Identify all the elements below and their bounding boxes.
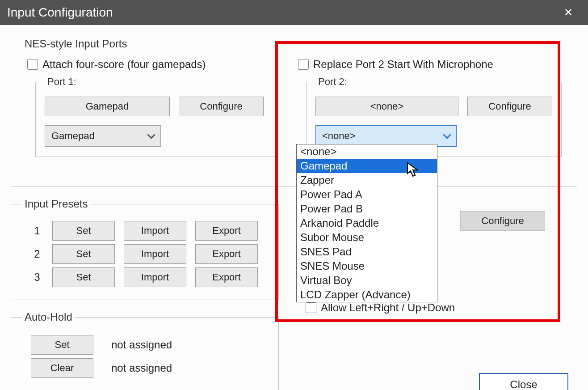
- preset-number: 1: [31, 225, 43, 237]
- preset-number: 3: [31, 271, 43, 284]
- port1-select-value: Gamepad: [51, 130, 95, 142]
- port1-legend: Port 1:: [45, 76, 79, 88]
- close-button[interactable]: Close: [479, 373, 568, 390]
- dropdown-option[interactable]: Zapper: [297, 173, 437, 187]
- auto-hold-legend: Auto-Hold: [22, 311, 75, 323]
- input-presets-group: Input Presets 1SetImportExport2SetImport…: [11, 198, 279, 300]
- auto-hold-clear-button[interactable]: Clear: [31, 358, 93, 378]
- dropdown-option[interactable]: Virtual Boy: [297, 273, 437, 288]
- auto-hold-set-status: not assigned: [111, 339, 172, 351]
- four-score-label: Attach four-score (four gamepads): [42, 58, 206, 71]
- dropdown-option[interactable]: Power Pad B: [297, 202, 437, 216]
- close-icon[interactable]: ✕: [558, 4, 579, 21]
- port2-configure-button[interactable]: Configure: [467, 97, 552, 116]
- port1-column: Attach four-score (four gamepads) Port 1…: [22, 58, 293, 157]
- replace-mic-checkbox[interactable]: [298, 59, 309, 70]
- dropdown-option[interactable]: SNES Mouse: [297, 259, 437, 273]
- preset-set-button[interactable]: Set: [52, 267, 115, 287]
- preset-import-button[interactable]: Import: [124, 267, 186, 287]
- port2-device-button[interactable]: <none>: [315, 97, 458, 116]
- nes-ports-group: NES-style Input Ports Attach four-score …: [11, 38, 577, 187]
- allow-lr-label: Allow Left+Right / Up+Down: [321, 301, 455, 314]
- chevron-down-icon: [147, 131, 155, 139]
- extra-configure-button[interactable]: Configure: [460, 211, 545, 231]
- window: Input Configuration ✕ NES-style Input Po…: [0, 0, 588, 390]
- preset-export-button[interactable]: Export: [195, 221, 258, 241]
- auto-hold-group: Auto-Hold Set not assigned Clear not ass…: [11, 311, 279, 390]
- chevron-down-icon: [443, 131, 451, 139]
- content-area: NES-style Input Ports Attach four-score …: [0, 25, 588, 390]
- dropdown-option[interactable]: Gamepad: [297, 159, 437, 173]
- input-presets-legend: Input Presets: [22, 198, 90, 210]
- preset-number: 2: [31, 248, 43, 260]
- port2-dropdown-list[interactable]: <none>GamepadZapperPower Pad APower Pad …: [296, 144, 437, 302]
- preset-set-button[interactable]: Set: [52, 221, 115, 241]
- port2-select-value: <none>: [322, 130, 356, 142]
- auto-hold-set-button[interactable]: Set: [31, 335, 93, 355]
- auto-hold-clear-status: not assigned: [111, 362, 172, 374]
- port1-device-select[interactable]: Gamepad: [45, 125, 161, 147]
- dropdown-option[interactable]: <none>: [297, 144, 437, 159]
- replace-mic-label: Replace Port 2 Start With Microphone: [313, 58, 493, 71]
- port2-device-select[interactable]: <none>: [315, 125, 457, 147]
- port1-group: Port 1: Gamepad Configure Gamepad: [35, 76, 277, 157]
- nes-ports-legend: NES-style Input Ports: [22, 38, 130, 50]
- port1-configure-button[interactable]: Configure: [179, 97, 264, 116]
- dropdown-option[interactable]: Subor Mouse: [297, 230, 437, 245]
- preset-export-button[interactable]: Export: [195, 244, 258, 264]
- window-title: Input Configuration: [7, 5, 113, 20]
- port1-device-button[interactable]: Gamepad: [45, 97, 170, 116]
- preset-import-button[interactable]: Import: [124, 244, 186, 264]
- dropdown-option[interactable]: SNES Pad: [297, 245, 437, 259]
- preset-import-button[interactable]: Import: [124, 221, 186, 241]
- four-score-checkbox[interactable]: [27, 59, 38, 70]
- port2-column: Replace Port 2 Start With Microphone Por…: [293, 58, 566, 157]
- port2-legend: Port 2:: [315, 76, 350, 88]
- titlebar: Input Configuration ✕: [0, 0, 588, 25]
- dropdown-option[interactable]: Arkanoid Paddle: [297, 216, 437, 230]
- preset-set-button[interactable]: Set: [52, 244, 115, 264]
- allow-lr-checkbox[interactable]: [306, 302, 316, 313]
- dropdown-option[interactable]: LCD Zapper (Advance): [297, 288, 437, 302]
- preset-export-button[interactable]: Export: [195, 267, 258, 287]
- dropdown-option[interactable]: Power Pad A: [297, 187, 437, 202]
